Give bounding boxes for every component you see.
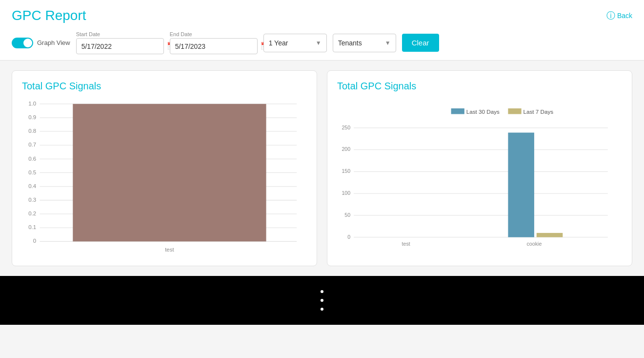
graph-view-toggle-wrapper: Graph View [12, 38, 70, 48]
y-06: 0.6 [28, 156, 36, 162]
duration-dropdown[interactable]: 1 Year 6 Months 3 Months 1 Month 1 Week [269, 39, 314, 47]
right-legend-7-label: Last 7 Days [523, 108, 554, 115]
y-09: 0.9 [28, 114, 36, 120]
start-date-label: Start Date [76, 31, 164, 37]
start-date-input[interactable] [81, 42, 167, 50]
left-chart-area: Total requests count 0 0.1 0.2 0.3 0.4 0… [22, 100, 307, 256]
right-chart-title: Total GPC Signals [337, 81, 622, 92]
back-icon: ⓘ [606, 10, 615, 21]
back-label: Back [617, 12, 632, 20]
ry-200: 200 [342, 146, 350, 152]
y-04: 0.4 [28, 183, 37, 189]
y-08: 0.8 [28, 128, 36, 134]
left-chart-card: Total GPC Signals Total requests count 0… [12, 70, 317, 266]
ry-0: 0 [347, 234, 350, 240]
ry-50: 50 [344, 212, 350, 218]
y-10: 1.0 [28, 101, 36, 106]
right-legend-30-color [451, 108, 464, 114]
dot-2 [321, 299, 323, 302]
start-date-input-wrapper[interactable]: 📅 [76, 38, 164, 54]
tenants-dropdown-arrow: ▼ [385, 40, 391, 46]
main-content: Total GPC Signals Total requests count 0… [0, 61, 644, 276]
right-chart-area: Last 30 Days Last 7 Days 0 50 100 150 20… [337, 100, 622, 256]
start-date-field: Start Date 📅 [76, 31, 164, 54]
ry-100: 100 [342, 190, 350, 196]
end-date-field: End Date 📅 [170, 31, 258, 54]
clear-button[interactable]: Clear [402, 34, 439, 52]
graph-view-toggle[interactable] [12, 38, 33, 48]
end-date-label: End Date [170, 31, 258, 37]
y-03: 0.3 [28, 197, 36, 203]
right-chart-svg: Last 30 Days Last 7 Days 0 50 100 150 20… [337, 100, 622, 256]
graph-view-label: Graph View [37, 39, 70, 46]
right-legend-30-label: Last 30 Days [466, 108, 500, 115]
y-07: 0.7 [28, 142, 36, 147]
dot-1 [321, 290, 323, 293]
right-legend-7-color [508, 108, 521, 114]
dot-3 [321, 308, 323, 311]
back-link[interactable]: ⓘ Back [606, 10, 632, 21]
right-x-label-cookie: cookie [526, 241, 542, 247]
left-chart-svg: Total requests count 0 0.1 0.2 0.3 0.4 0… [22, 100, 307, 256]
right-chart-card: Total GPC Signals Last 30 Days Last 7 Da… [327, 70, 632, 266]
bottom-section [0, 276, 644, 325]
left-bar-test [73, 104, 266, 242]
end-date-input-wrapper[interactable]: 📅 [170, 38, 258, 54]
ry-150: 150 [342, 168, 350, 174]
y-0: 0 [33, 238, 36, 244]
y-01: 0.1 [28, 224, 36, 230]
left-chart-title: Total GPC Signals [22, 81, 307, 92]
page-title: GPC Report [12, 8, 86, 23]
y-02: 0.2 [28, 211, 36, 216]
duration-dropdown-arrow: ▼ [316, 40, 322, 46]
tenants-dropdown[interactable]: Tenants [338, 39, 383, 47]
right-bar-cookie-30 [508, 133, 534, 237]
ry-250: 250 [342, 125, 350, 130]
right-bar-cookie-7 [537, 233, 563, 237]
tenants-dropdown-wrapper[interactable]: Tenants ▼ [333, 34, 396, 52]
right-x-label-test: test [402, 241, 410, 247]
end-date-input[interactable] [175, 42, 261, 50]
y-05: 0.5 [28, 169, 36, 175]
left-x-label-test: test [165, 247, 174, 253]
duration-dropdown-wrapper[interactable]: 1 Year 6 Months 3 Months 1 Month 1 Week … [263, 34, 327, 52]
